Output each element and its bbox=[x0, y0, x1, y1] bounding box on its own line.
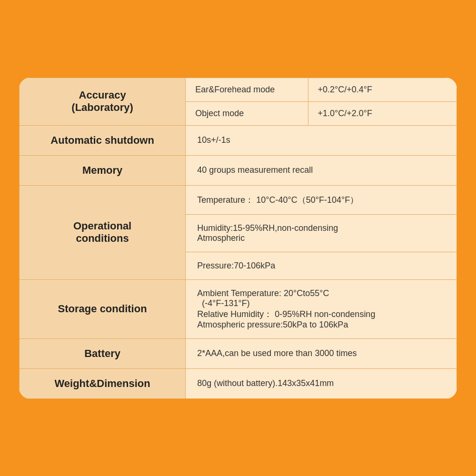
table-row: Storage condition Ambient Temperature: 2… bbox=[20, 279, 457, 338]
storage-value: Ambient Temperature: 20°Cto55°C (-4°F-13… bbox=[186, 279, 457, 338]
shutdown-value: 10s+/-1s bbox=[186, 125, 457, 155]
operational-temp-value: Temperature： 10°C-40°C（50°F-104°F） bbox=[186, 185, 457, 214]
operational-pressure-value: Pressure:70-106kPa bbox=[186, 252, 457, 279]
table-row: Battery 2*AAA,can be used more than 3000… bbox=[20, 338, 457, 368]
table-row: Operationalconditions Temperature： 10°C-… bbox=[20, 185, 457, 214]
shutdown-label: Automatic shutdown bbox=[50, 134, 154, 146]
accuracy-label: Accuracy(Laboratory) bbox=[71, 89, 133, 113]
operational-label-cell: Operationalconditions bbox=[20, 185, 186, 279]
shutdown-label-cell: Automatic shutdown bbox=[20, 125, 186, 155]
battery-value: 2*AAA,can be used more than 3000 times bbox=[186, 338, 457, 368]
storage-label-cell: Storage condition bbox=[20, 279, 186, 338]
memory-value: 40 groups measurement recall bbox=[186, 155, 457, 185]
weight-label-cell: Weight&Dimension bbox=[20, 368, 186, 398]
spec-card: Accuracy(Laboratory) Ear&Forehead mode +… bbox=[19, 78, 457, 399]
operational-label: Operationalconditions bbox=[73, 220, 131, 244]
ear-forehead-label: Ear&Forehead mode bbox=[186, 78, 308, 101]
object-mode-label: Object mode bbox=[186, 101, 308, 125]
storage-label: Storage condition bbox=[58, 303, 147, 315]
battery-label-cell: Battery bbox=[20, 338, 186, 368]
weight-value: 80g (without battery).143x35x41mm bbox=[186, 368, 457, 398]
table-row: Memory 40 groups measurement recall bbox=[20, 155, 457, 185]
object-mode-value: +1.0°C/+2.0°F bbox=[308, 101, 456, 125]
weight-label: Weight&Dimension bbox=[54, 377, 150, 389]
table-row: Accuracy(Laboratory) Ear&Forehead mode +… bbox=[20, 78, 457, 101]
memory-label: Memory bbox=[82, 164, 122, 176]
spec-table: Accuracy(Laboratory) Ear&Forehead mode +… bbox=[19, 78, 457, 399]
battery-label: Battery bbox=[84, 347, 120, 359]
accuracy-label-cell: Accuracy(Laboratory) bbox=[20, 78, 186, 125]
operational-humidity-value: Humidity:15-95%RH,non-condensingAtmosphe… bbox=[186, 214, 457, 252]
table-row: Automatic shutdown 10s+/-1s bbox=[20, 125, 457, 155]
memory-label-cell: Memory bbox=[20, 155, 186, 185]
ear-forehead-value: +0.2°C/+0.4°F bbox=[308, 78, 456, 101]
table-row: Weight&Dimension 80g (without battery).1… bbox=[20, 368, 457, 398]
